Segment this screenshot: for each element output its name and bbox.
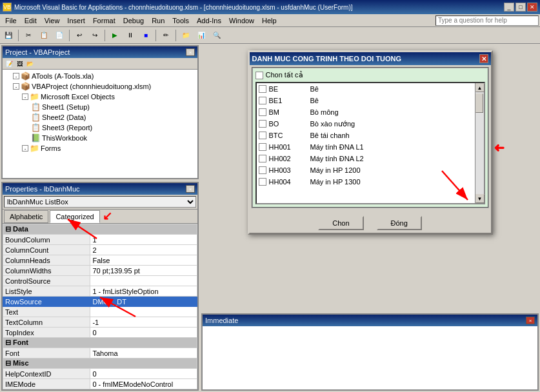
tab-categorized[interactable]: Categorized: [50, 210, 99, 223]
scrollbar-up-btn[interactable]: ▲: [475, 83, 485, 92]
scrollbar-thumb[interactable]: [475, 93, 483, 113]
prop-val-columnheads[interactable]: False: [90, 255, 197, 266]
tree-thisworkbook[interactable]: 📗 ThisWorkbook: [4, 133, 196, 143]
proj-toggle[interactable]: 📂: [25, 59, 35, 68]
tree-forms[interactable]: - 📁 Forms: [4, 143, 196, 153]
checkbox-be1[interactable]: [259, 97, 266, 104]
tree-vbaproject[interactable]: - 📦 VBAProject (chonnhieudoituong.xlsm): [4, 81, 196, 92]
checkbox-hh002[interactable]: [259, 155, 266, 162]
menu-help[interactable]: Help: [258, 15, 281, 26]
prop-val-controlsource[interactable]: [90, 276, 197, 286]
immediate-close-btn[interactable]: ×: [526, 317, 535, 324]
list-item-bo[interactable]: BO Bò xào nướng: [257, 118, 475, 130]
list-item-hh003[interactable]: HH003 Máy in HP 1200: [257, 164, 475, 176]
props-rowsource[interactable]: RowSource DMCT_DT: [3, 297, 197, 307]
minimize-button[interactable]: _: [504, 3, 514, 12]
menu-tools[interactable]: Tools: [168, 15, 193, 26]
close-button[interactable]: ✕: [527, 3, 537, 12]
tree-sheet3[interactable]: 📋 Sheet3 (Report): [4, 122, 196, 133]
chon-button[interactable]: Chon: [318, 216, 363, 230]
menu-view[interactable]: View: [41, 15, 64, 26]
maximize-button[interactable]: □: [515, 3, 526, 12]
checkbox-be[interactable]: [259, 85, 266, 93]
scrollbar-down-btn[interactable]: ▼: [475, 194, 485, 203]
prop-val-liststyle[interactable]: 1 - fmListStyleOption: [90, 286, 197, 297]
checkbox-hh003[interactable]: [259, 166, 266, 174]
list-item-btc[interactable]: BTC Bê tái chanh: [257, 130, 475, 141]
checkbox-btc[interactable]: [259, 132, 266, 139]
list-scrollbar[interactable]: ▲ ▼: [475, 83, 484, 203]
checkbox-hh004[interactable]: [259, 178, 266, 186]
menu-window[interactable]: Window: [225, 15, 258, 26]
properties-close-btn[interactable]: ×: [186, 185, 195, 193]
expand-forms[interactable]: -: [22, 145, 28, 152]
expand-atools[interactable]: -: [13, 73, 19, 79]
tb-props-btn[interactable]: 📊: [194, 29, 208, 42]
props-text[interactable]: Text: [3, 307, 197, 317]
prop-val-boundcolumn[interactable]: 1: [90, 235, 197, 245]
project-view-btn[interactable]: ×: [186, 48, 195, 56]
tree-atools[interactable]: - 📦 ATools (A-Tools.xla): [4, 71, 196, 81]
proj-view-code[interactable]: 📝: [4, 59, 14, 68]
scrollbar-track[interactable]: [475, 92, 484, 194]
checkbox-hh001[interactable]: [259, 143, 266, 151]
props-imemode[interactable]: IMEMode 0 - fmIMEModeNoControl: [3, 379, 197, 389]
expand-excel-objects[interactable]: -: [22, 93, 28, 100]
expand-vbaproject[interactable]: -: [13, 83, 19, 90]
prop-val-font[interactable]: Tahoma: [90, 348, 197, 358]
prop-val-imemode[interactable]: 0 - fmIMEModeNoControl: [90, 379, 197, 389]
menu-file[interactable]: File: [1, 15, 21, 26]
tb-cut-btn[interactable]: ✂: [21, 29, 35, 42]
list-item-hh004[interactable]: HH004 Máy in HP 1300: [257, 176, 475, 188]
menu-insert[interactable]: Insert: [63, 15, 89, 26]
props-textcolumn[interactable]: TextColumn -1: [3, 317, 197, 328]
check-all-checkbox[interactable]: [255, 72, 263, 79]
tree-sheet1[interactable]: 📋 Sheet1 (Setup): [4, 102, 196, 112]
props-topindex[interactable]: TopIndex 0: [3, 328, 197, 338]
prop-val-topindex[interactable]: 0: [90, 328, 197, 338]
tb-undo-btn[interactable]: ↩: [72, 29, 86, 42]
menu-addins[interactable]: Add-Ins: [193, 15, 225, 26]
props-columnwidths[interactable]: ColumnWidths 70 pt;139.95 pt: [3, 266, 197, 276]
menu-run[interactable]: Run: [148, 15, 168, 26]
dialog-close-button[interactable]: ✕: [479, 54, 488, 63]
object-selector[interactable]: lbDanhMuc ListBox: [4, 196, 196, 208]
prop-val-columnwidths[interactable]: 70 pt;139.95 pt: [90, 266, 197, 276]
checkbox-bm[interactable]: [259, 108, 266, 116]
prop-val-helpcontextid[interactable]: 0: [90, 369, 197, 379]
tb-pause-btn[interactable]: ⏸: [123, 29, 137, 42]
tab-alphabetic[interactable]: Alphabetic: [4, 210, 48, 223]
props-columncount[interactable]: ColumnCount 2: [3, 245, 197, 255]
tb-design-btn[interactable]: ✏: [159, 29, 173, 42]
props-helpcontextid[interactable]: HelpContextID 0: [3, 369, 197, 379]
tb-redo-btn[interactable]: ↪: [88, 29, 102, 42]
props-boundcolumn[interactable]: BoundColumn 1: [3, 235, 197, 245]
immediate-body[interactable]: [203, 326, 537, 389]
prop-val-columncount[interactable]: 2: [90, 245, 197, 255]
list-item-bm[interactable]: BM Bò mông: [257, 106, 475, 118]
tb-run-btn[interactable]: ▶: [108, 29, 122, 42]
checkbox-bo[interactable]: [259, 120, 266, 128]
list-item-hh002[interactable]: HH002 Máy tính ĐNA L2: [257, 153, 475, 164]
props-font[interactable]: Font Tahoma: [3, 348, 197, 358]
tb-objects-btn[interactable]: 🔍: [210, 29, 224, 42]
list-item-be1[interactable]: BE1 Bê: [257, 95, 475, 106]
help-search-input[interactable]: [435, 15, 539, 26]
tree-sheet2[interactable]: 📋 Sheet2 (Data): [4, 112, 196, 122]
tb-copy-btn[interactable]: 📋: [37, 29, 51, 42]
menu-debug[interactable]: Debug: [119, 15, 148, 26]
prop-val-text[interactable]: [90, 307, 197, 317]
props-liststyle[interactable]: ListStyle 1 - fmListStyleOption: [3, 286, 197, 297]
props-columnheads[interactable]: ColumnHeads False: [3, 255, 197, 266]
dong-button[interactable]: Đóng: [377, 216, 422, 230]
prop-val-textcolumn[interactable]: -1: [90, 317, 197, 328]
menu-format[interactable]: Format: [89, 15, 119, 26]
tb-save-btn[interactable]: 💾: [1, 29, 15, 42]
list-item-hh001[interactable]: HH001 Máy tính ĐNA L1: [257, 141, 475, 153]
tree-excel-objects[interactable]: - 📁 Microsoft Excel Objects: [4, 92, 196, 102]
tb-paste-btn[interactable]: 📄: [52, 29, 66, 42]
prop-val-rowsource[interactable]: DMCT_DT: [90, 297, 197, 307]
props-controlsource[interactable]: ControlSource: [3, 276, 197, 286]
tb-explorer-btn[interactable]: 📁: [179, 29, 193, 42]
menu-edit[interactable]: Edit: [21, 15, 41, 26]
